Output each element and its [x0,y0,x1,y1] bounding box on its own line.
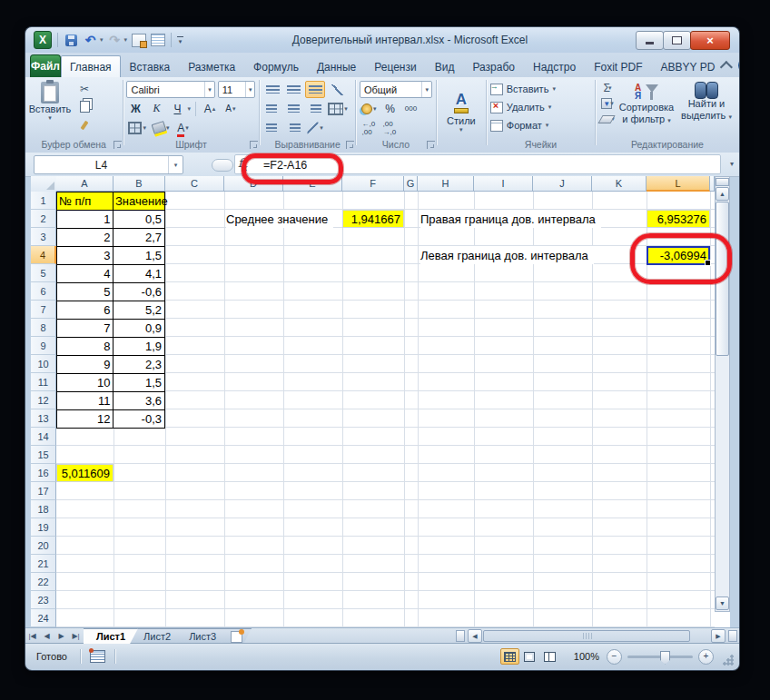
borders-button[interactable]: ▾ [126,120,148,135]
insert-cells-button[interactable]: Вставить▾ [490,80,591,98]
tab-review[interactable]: Рецензи [365,55,425,77]
horizontal-scroll-track[interactable] [483,630,710,642]
increase-indent-button[interactable] [284,120,302,135]
align-right-button[interactable] [305,101,323,116]
zoom-in-button[interactable]: + [698,649,714,665]
cell-index[interactable]: 2 [57,229,114,247]
normal-view-button[interactable] [500,648,519,665]
cell-value[interactable]: 5,2 [114,301,165,320]
page-break-view-button[interactable] [540,648,559,665]
row-header[interactable]: 9 [31,337,56,355]
merge-center-button[interactable]: ▾ [326,101,350,116]
row-header[interactable]: 5 [31,264,56,282]
cell-a16-value[interactable]: 5,011609 [56,464,114,482]
sort-filter-button[interactable]: АЯ Сортировка и фильтр ▾ [617,80,676,126]
row-header[interactable]: 7 [31,301,56,319]
cell-index[interactable]: 5 [57,283,114,301]
column-header-l-selected[interactable]: L [647,176,710,192]
cell-index[interactable]: 6 [57,301,114,320]
cell-h2-label[interactable]: Правая граница дов. интервала [420,210,601,228]
row-header[interactable]: 18 [31,500,56,518]
row-header[interactable]: 13 [31,409,56,428]
delete-cells-button[interactable]: Удалить▾ [490,98,591,116]
italic-button[interactable]: К [147,101,165,116]
tab-file[interactable]: Файл [30,54,61,77]
underline-dropdown[interactable]: ▾ [187,105,191,113]
scroll-left-arrow[interactable]: ◀ [468,629,482,643]
expand-formula-bar-icon[interactable]: ▾ [730,160,734,168]
cell-value[interactable]: -0,6 [114,283,165,301]
column-header-c[interactable]: C [165,176,224,192]
scroll-down-arrow[interactable]: ▼ [716,596,729,610]
page-layout-view-button[interactable] [520,648,539,665]
column-header-d[interactable]: D [224,176,283,192]
clear-button[interactable]: ▾ [599,112,616,126]
tab-home[interactable]: Главная [61,55,121,77]
previous-sheet-button[interactable]: ◀ [40,628,54,644]
tab-foxit[interactable]: Foxit PDF [585,55,651,77]
column-header-g[interactable]: G [404,176,418,192]
vertical-scroll-thumb[interactable] [716,202,729,356]
excel-logo-icon[interactable]: X [34,31,52,49]
cell-index[interactable]: 10 [57,374,114,392]
font-color-button[interactable]: А▾ [173,120,192,135]
cell-f2-mean-value[interactable]: 1,941667 [342,210,404,228]
paste-button[interactable]: Вставить ▾ [29,80,71,136]
row-header[interactable]: 21 [31,555,56,573]
comma-format-button[interactable]: 000 [401,101,420,116]
sheet-tab-1[interactable]: Лист1 [84,628,138,644]
cell-index[interactable]: 3 [57,247,114,265]
close-button[interactable]: × [690,31,730,50]
tab-view[interactable]: Вид [426,55,464,77]
cell-index[interactable]: 7 [57,320,114,338]
wrap-text-button[interactable]: ▾ [305,120,325,135]
zoom-level-label[interactable]: 100% [574,651,599,662]
last-sheet-button[interactable]: ▶| [69,628,84,644]
zoom-slider-thumb[interactable] [660,651,670,665]
undo-dropdown[interactable]: ▾ [100,36,104,44]
cell-index[interactable]: 4 [57,265,114,283]
horizontal-split-handle[interactable] [456,630,465,642]
row-header[interactable]: 16 [31,464,56,482]
insert-function-button[interactable]: fx [238,156,247,173]
row-header[interactable]: 20 [31,537,56,555]
customize-qat-button[interactable]: ▾ [177,36,183,44]
tab-data[interactable]: Данные [308,55,365,77]
font-size-combo[interactable]: 11▾ [218,81,256,98]
resize-grip[interactable] [723,655,734,665]
column-header-e[interactable]: E [283,176,342,192]
row-header[interactable]: 15 [31,446,56,464]
tab-developer[interactable]: Разрабо [463,55,524,77]
scroll-up-arrow[interactable]: ▲ [716,187,729,201]
row-header[interactable]: 12 [31,391,56,409]
undo-button[interactable]: ↶ [83,33,98,48]
cell-a1[interactable]: № п/п [57,192,114,211]
help-button[interactable]: ? [738,57,739,74]
copy-button[interactable] [74,98,94,115]
qat-custom-button-2[interactable] [150,33,165,48]
currency-format-button[interactable]: ▾ [360,101,379,116]
cell-l4-active-left-bound-value[interactable]: -3,06994 [647,246,710,265]
find-select-button[interactable]: Найти и выделить ▾ [677,80,735,126]
number-format-combo[interactable]: Общий▾ [360,81,432,98]
zoom-slider-track[interactable] [627,656,693,658]
row-header[interactable]: 17 [31,482,56,500]
increase-decimal-button[interactable]: ←,0,00 [360,120,378,135]
decrease-indent-button[interactable] [263,120,281,135]
row-header[interactable]: 11 [31,373,56,391]
tab-abbyy[interactable]: ABBYY PD [652,55,725,77]
redo-dropdown[interactable]: ▾ [124,36,128,44]
increase-font-button[interactable]: A▴ [201,101,219,116]
row-header[interactable]: 3 [31,228,56,246]
cell-index[interactable]: 9 [57,356,114,374]
sheet-tab-2[interactable]: Лист2 [131,628,183,644]
align-bottom-button[interactable] [305,81,325,98]
column-header-h[interactable]: H [418,176,474,192]
align-top-button[interactable] [263,82,281,97]
cell-value[interactable]: -0,3 [114,410,165,429]
align-center-button[interactable] [284,101,302,116]
row-header[interactable]: 23 [31,591,56,609]
align-middle-button[interactable] [284,82,302,97]
underline-button[interactable]: Ч [168,101,186,116]
cell-index[interactable]: 8 [57,338,114,356]
